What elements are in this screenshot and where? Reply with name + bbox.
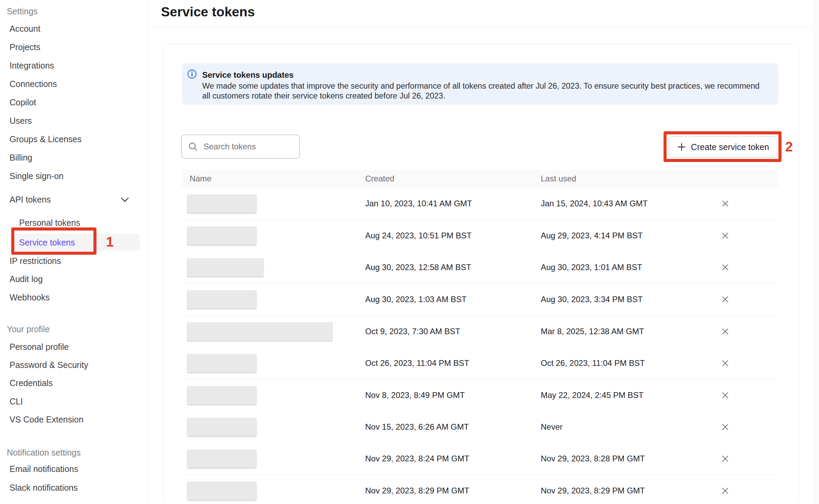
created-cell: Nov 15, 2023, 6:26 AM GMT bbox=[365, 422, 469, 432]
sidebar-item-vs-code-extension[interactable]: VS Code Extension bbox=[10, 414, 84, 425]
token-name-placeholder bbox=[187, 290, 257, 309]
sidebar-item-cli[interactable]: CLI bbox=[10, 396, 23, 406]
created-cell: Nov 29, 2023, 8:24 PM GMT bbox=[365, 454, 469, 463]
page-title: Service tokens bbox=[161, 4, 255, 19]
last-used-cell: Nov 29, 2023, 8:29 PM GMT bbox=[541, 486, 645, 495]
sidebar-item-connections[interactable]: Connections bbox=[10, 79, 57, 89]
chevron-down-icon[interactable] bbox=[120, 196, 129, 203]
sidebar-header-notification-settings: Notification settings bbox=[7, 447, 81, 458]
delete-token-icon[interactable] bbox=[721, 423, 729, 431]
token-name-placeholder bbox=[187, 322, 333, 341]
sidebar-header-your-profile: Your profile bbox=[7, 324, 50, 334]
created-cell: Aug 24, 2023, 10:51 PM BST bbox=[365, 231, 472, 240]
table-row: Oct 26, 2023, 11:04 PM BST Oct 26, 2023,… bbox=[182, 347, 778, 379]
last-used-cell: Jan 15, 2024, 10:43 AM GMT bbox=[541, 199, 648, 208]
sidebar-item-audit-log[interactable]: Audit log bbox=[10, 274, 43, 284]
token-name-placeholder bbox=[187, 226, 257, 245]
last-used-cell: May 22, 2024, 2:45 PM BST bbox=[541, 390, 644, 400]
annotation-box-2 bbox=[664, 131, 781, 162]
sidebar-item-credentials[interactable]: Credentials bbox=[10, 378, 53, 388]
column-header-created: Created bbox=[365, 174, 394, 183]
search-tokens-field bbox=[181, 135, 300, 159]
last-used-cell: Never bbox=[541, 422, 563, 432]
created-cell: Oct 26, 2023, 11:04 PM BST bbox=[365, 358, 469, 368]
sidebar-item-groups-licenses[interactable]: Groups & Licenses bbox=[10, 134, 81, 144]
sidebar-item-password-security[interactable]: Password & Security bbox=[10, 360, 88, 370]
sidebar-item-users[interactable]: Users bbox=[10, 116, 32, 126]
token-name-placeholder bbox=[187, 449, 257, 468]
delete-token-icon[interactable] bbox=[721, 296, 729, 303]
column-header-name: Name bbox=[190, 174, 211, 183]
last-used-cell: Aug 30, 2023, 3:34 PM BST bbox=[541, 295, 643, 304]
title-divider bbox=[148, 27, 814, 27]
delete-token-icon[interactable] bbox=[721, 391, 729, 399]
search-input[interactable] bbox=[181, 135, 300, 159]
token-name-placeholder bbox=[187, 386, 257, 404]
sidebar-item-email-notifications[interactable]: Email notifications bbox=[10, 464, 78, 474]
info-icon bbox=[187, 69, 197, 79]
table-row: Nov 8, 2023, 8:49 PM GMT May 22, 2024, 2… bbox=[182, 379, 778, 411]
created-cell: Jan 10, 2023, 10:41 AM GMT bbox=[365, 199, 472, 208]
token-name-placeholder bbox=[187, 354, 257, 372]
sidebar-item-slack-notifications[interactable]: Slack notifications bbox=[10, 483, 78, 493]
token-name-placeholder bbox=[187, 481, 257, 500]
sidebar-item-single-sign-on[interactable]: Single sign-on bbox=[10, 171, 63, 181]
table-row: Oct 9, 2023, 7:30 AM BST Mar 8, 2025, 12… bbox=[182, 315, 778, 347]
annotation-step-1: 1 bbox=[106, 235, 114, 249]
token-name-placeholder bbox=[187, 194, 257, 213]
sidebar-item-personal-profile[interactable]: Personal profile bbox=[10, 342, 69, 352]
created-cell: Aug 30, 2023, 1:03 AM BST bbox=[365, 295, 467, 304]
banner-title: Service tokens updates bbox=[202, 70, 294, 80]
table-row: Nov 29, 2023, 8:29 PM GMT Nov 29, 2023, … bbox=[182, 475, 778, 504]
sidebar-item-ip-restrictions[interactable]: IP restrictions bbox=[10, 256, 61, 266]
created-cell: Aug 30, 2023, 12:58 AM BST bbox=[365, 263, 471, 272]
last-used-cell: Mar 8, 2025, 12:38 AM GMT bbox=[541, 327, 644, 336]
delete-token-icon[interactable] bbox=[721, 264, 729, 271]
created-cell: Nov 8, 2023, 8:49 PM GMT bbox=[365, 390, 465, 400]
column-header-last-used: Last used bbox=[541, 174, 576, 183]
sidebar-header-settings: Settings bbox=[7, 6, 38, 16]
last-used-cell: Aug 29, 2023, 4:14 PM BST bbox=[541, 231, 643, 240]
last-used-cell: Nov 29, 2023, 8:28 PM GMT bbox=[541, 454, 645, 463]
table-row: Jan 10, 2023, 10:41 AM GMT Jan 15, 2024,… bbox=[182, 188, 778, 220]
delete-token-icon[interactable] bbox=[721, 455, 729, 462]
delete-token-icon[interactable] bbox=[721, 200, 729, 207]
token-name-placeholder bbox=[187, 258, 264, 277]
delete-token-icon[interactable] bbox=[721, 487, 729, 494]
sidebar-item-personal-tokens[interactable]: Personal tokens bbox=[19, 218, 80, 228]
table-row: Nov 29, 2023, 8:24 PM GMT Nov 29, 2023, … bbox=[182, 443, 778, 475]
created-cell: Oct 9, 2023, 7:30 AM BST bbox=[365, 327, 460, 336]
settings-sidebar: Settings Account Projects Integrations C… bbox=[0, 0, 148, 504]
last-used-cell: Aug 30, 2023, 1:01 AM BST bbox=[541, 263, 642, 272]
table-row: Aug 30, 2023, 1:03 AM BST Aug 30, 2023, … bbox=[182, 283, 778, 315]
table-row: Aug 24, 2023, 10:51 PM BST Aug 29, 2023,… bbox=[182, 220, 778, 252]
token-name-placeholder bbox=[187, 418, 257, 436]
sidebar-item-projects[interactable]: Projects bbox=[10, 42, 40, 52]
sidebar-item-integrations[interactable]: Integrations bbox=[10, 60, 54, 71]
delete-token-icon[interactable] bbox=[721, 232, 729, 239]
delete-token-icon[interactable] bbox=[721, 359, 729, 367]
banner-body: We made some updates that improve the se… bbox=[202, 81, 765, 101]
table-row: Aug 30, 2023, 12:58 AM BST Aug 30, 2023,… bbox=[182, 251, 778, 283]
delete-token-icon[interactable] bbox=[721, 328, 729, 335]
last-used-cell: Oct 26, 2023, 11:04 PM BST bbox=[541, 358, 645, 368]
sidebar-item-webhooks[interactable]: Webhooks bbox=[10, 292, 50, 302]
created-cell: Nov 29, 2023, 8:29 PM GMT bbox=[365, 486, 469, 495]
sidebar-group-api-tokens[interactable]: API tokens bbox=[10, 194, 51, 205]
annotation-box-1 bbox=[11, 227, 96, 255]
sidebar-item-copilot[interactable]: Copilot bbox=[10, 97, 36, 107]
table-header: Name Created Last used bbox=[182, 170, 778, 188]
annotation-step-2: 2 bbox=[785, 140, 793, 153]
sidebar-item-billing[interactable]: Billing bbox=[10, 152, 32, 163]
table-row: Nov 15, 2023, 6:26 AM GMT Never bbox=[182, 411, 778, 443]
sidebar-item-account[interactable]: Account bbox=[10, 24, 40, 34]
scrollbar-track[interactable] bbox=[814, 0, 819, 504]
